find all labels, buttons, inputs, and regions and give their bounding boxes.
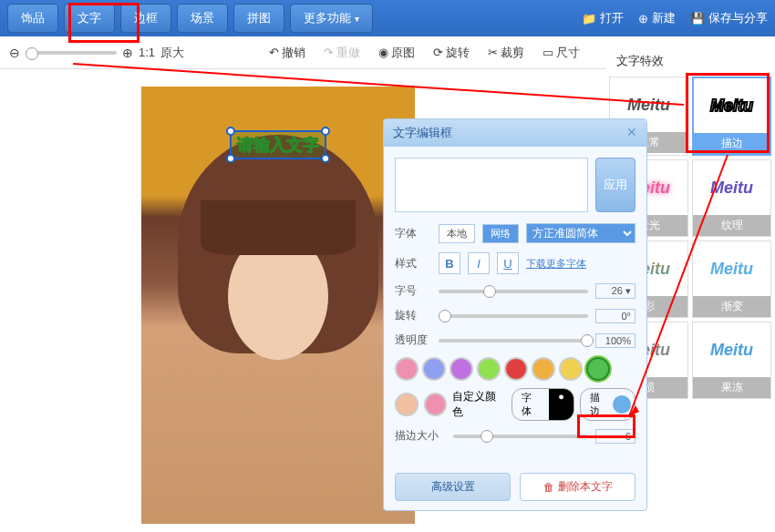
panel-title: 文字编辑框 <box>393 125 452 141</box>
text-overlay-content: 请输入文字 <box>237 136 319 154</box>
zoom-ratio[interactable]: 1:1 <box>139 46 155 59</box>
color-swatch[interactable] <box>586 357 610 381</box>
undo-button[interactable]: ↶撤销 <box>264 45 311 61</box>
tab-more[interactable]: 更多功能 <box>290 4 373 33</box>
tab-collage[interactable]: 拼图 <box>233 4 284 33</box>
stroke-value: 6 <box>595 429 636 444</box>
text-edit-panel: 文字编辑框 ✕ 应用 字体 本地 网络 方正准圆简体 样式 B I U 下载更多… <box>383 118 647 511</box>
open-button[interactable]: 📁打开 <box>582 10 624 26</box>
bold-button[interactable]: B <box>439 252 460 274</box>
size-slider[interactable] <box>439 290 588 293</box>
rotate-icon: ⟳ <box>433 46 443 59</box>
color-swatch[interactable] <box>477 357 501 381</box>
original-image-button[interactable]: ◉原图 <box>373 45 420 61</box>
top-tab-bar: 饰品 文字 边框 场景 拼图 更多功能 📁打开 ⊕新建 💾保存与分享 <box>0 0 775 36</box>
opacity-value: 100% <box>595 333 636 348</box>
effect-item[interactable]: Meitu描边 <box>692 77 771 156</box>
size-value[interactable]: 26 ▾ <box>595 283 636 299</box>
resize-handle[interactable] <box>321 154 330 163</box>
eye-icon: ◉ <box>378 46 388 59</box>
effect-item[interactable]: Meitu果冻 <box>692 322 771 399</box>
tab-border[interactable]: 边框 <box>120 4 171 33</box>
save-button[interactable]: 💾保存与分享 <box>690 10 768 26</box>
zoom-original[interactable]: 原大 <box>160 45 184 61</box>
custom-color-2[interactable] <box>424 393 448 416</box>
font-label: 字体 <box>395 226 431 241</box>
text-input[interactable] <box>395 158 588 212</box>
style-label: 样式 <box>395 256 431 271</box>
redo-icon: ↷ <box>324 46 334 59</box>
zoom-in-icon[interactable]: ⊕ <box>122 46 133 60</box>
rotate-label: 旋转 <box>395 308 431 323</box>
canvas[interactable]: 请输入文字 <box>141 87 415 524</box>
color-swatch[interactable] <box>422 357 446 381</box>
undo-icon: ↶ <box>269 46 279 59</box>
underline-button[interactable]: U <box>497 252 519 274</box>
scissors-icon: ✂ <box>488 46 498 59</box>
opacity-slider[interactable] <box>439 339 588 343</box>
advanced-button[interactable]: 高级设置 <box>395 473 511 501</box>
text-overlay[interactable]: 请输入文字 <box>230 130 326 159</box>
zoom-slider[interactable] <box>26 51 117 55</box>
resize-handle[interactable] <box>226 154 235 163</box>
apply-button[interactable]: 应用 <box>595 158 636 212</box>
custom-color-label: 自定义颜色 <box>452 389 506 420</box>
zoom-out-icon[interactable]: ⊖ <box>9 46 20 60</box>
color-palette <box>395 357 636 381</box>
resize-handle[interactable] <box>321 127 330 136</box>
opacity-label: 透明度 <box>395 332 431 348</box>
trash-icon: 🗑 <box>543 481 554 494</box>
resize-handle[interactable] <box>226 127 235 136</box>
effect-item[interactable]: Meitu渐变 <box>692 240 771 318</box>
font-color-pill[interactable]: 字体 ● <box>512 388 574 421</box>
redo-button[interactable]: ↷重做 <box>318 45 366 61</box>
tab-scene[interactable]: 场景 <box>177 4 228 33</box>
effects-title: 文字特效 <box>605 46 775 77</box>
tab-accessories[interactable]: 饰品 <box>7 4 58 33</box>
color-swatch[interactable] <box>559 357 583 381</box>
new-button[interactable]: ⊕新建 <box>638 10 676 26</box>
stroke-slider[interactable] <box>453 435 588 438</box>
ruler-icon: ▭ <box>542 46 553 59</box>
crop-button[interactable]: ✂裁剪 <box>482 45 530 61</box>
italic-button[interactable]: I <box>468 252 490 274</box>
color-swatch[interactable] <box>504 357 528 381</box>
stroke-size-label: 描边大小 <box>395 428 446 444</box>
stroke-color-pill[interactable]: 描边 <box>580 388 636 421</box>
custom-color-1[interactable] <box>395 393 418 416</box>
size-button[interactable]: ▭尺寸 <box>537 45 585 61</box>
save-icon: 💾 <box>690 12 705 26</box>
close-icon[interactable]: ✕ <box>626 125 637 141</box>
plus-icon: ⊕ <box>638 12 648 26</box>
color-swatch[interactable] <box>532 357 555 381</box>
rotate-button[interactable]: ⟳旋转 <box>428 45 475 61</box>
rotate-value: 0° <box>595 309 636 323</box>
tab-text[interactable]: 文字 <box>64 4 115 33</box>
font-network-tab[interactable]: 网络 <box>482 224 519 243</box>
color-swatch[interactable] <box>450 357 473 381</box>
effect-item[interactable]: Meitu纹理 <box>692 159 771 237</box>
delete-text-button[interactable]: 🗑删除本文字 <box>520 473 636 501</box>
download-fonts-link[interactable]: 下载更多字体 <box>526 257 586 271</box>
folder-icon: 📁 <box>582 12 596 26</box>
rotate-slider[interactable] <box>439 314 588 318</box>
font-local-tab[interactable]: 本地 <box>439 224 475 243</box>
color-swatch[interactable] <box>395 357 418 381</box>
font-select[interactable]: 方正准圆简体 <box>526 223 636 243</box>
size-label: 字号 <box>395 283 431 299</box>
